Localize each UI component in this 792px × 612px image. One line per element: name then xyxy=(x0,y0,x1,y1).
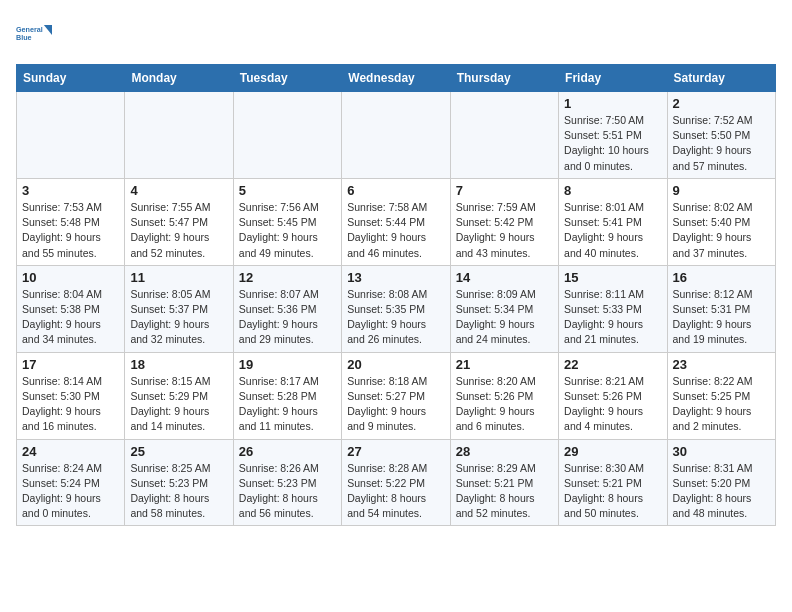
day-info: Sunrise: 8:28 AM Sunset: 5:22 PM Dayligh… xyxy=(347,461,444,522)
day-number: 2 xyxy=(673,96,770,111)
calendar-cell: 6Sunrise: 7:58 AM Sunset: 5:44 PM Daylig… xyxy=(342,178,450,265)
day-info: Sunrise: 8:02 AM Sunset: 5:40 PM Dayligh… xyxy=(673,200,770,261)
day-info: Sunrise: 8:20 AM Sunset: 5:26 PM Dayligh… xyxy=(456,374,553,435)
day-number: 15 xyxy=(564,270,661,285)
day-number: 12 xyxy=(239,270,336,285)
day-number: 7 xyxy=(456,183,553,198)
day-number: 6 xyxy=(347,183,444,198)
day-number: 24 xyxy=(22,444,119,459)
day-number: 28 xyxy=(456,444,553,459)
calendar-cell: 25Sunrise: 8:25 AM Sunset: 5:23 PM Dayli… xyxy=(125,439,233,526)
calendar-cell: 11Sunrise: 8:05 AM Sunset: 5:37 PM Dayli… xyxy=(125,265,233,352)
calendar-cell: 16Sunrise: 8:12 AM Sunset: 5:31 PM Dayli… xyxy=(667,265,775,352)
weekday-header-thursday: Thursday xyxy=(450,65,558,92)
day-info: Sunrise: 8:04 AM Sunset: 5:38 PM Dayligh… xyxy=(22,287,119,348)
day-info: Sunrise: 8:14 AM Sunset: 5:30 PM Dayligh… xyxy=(22,374,119,435)
calendar-week-4: 17Sunrise: 8:14 AM Sunset: 5:30 PM Dayli… xyxy=(17,352,776,439)
svg-text:General: General xyxy=(16,25,43,34)
calendar-cell xyxy=(125,92,233,179)
day-info: Sunrise: 8:05 AM Sunset: 5:37 PM Dayligh… xyxy=(130,287,227,348)
day-info: Sunrise: 8:22 AM Sunset: 5:25 PM Dayligh… xyxy=(673,374,770,435)
calendar-cell xyxy=(450,92,558,179)
weekday-header-monday: Monday xyxy=(125,65,233,92)
calendar-cell: 8Sunrise: 8:01 AM Sunset: 5:41 PM Daylig… xyxy=(559,178,667,265)
day-number: 14 xyxy=(456,270,553,285)
calendar-cell xyxy=(17,92,125,179)
day-number: 30 xyxy=(673,444,770,459)
day-info: Sunrise: 8:24 AM Sunset: 5:24 PM Dayligh… xyxy=(22,461,119,522)
calendar-cell: 26Sunrise: 8:26 AM Sunset: 5:23 PM Dayli… xyxy=(233,439,341,526)
day-info: Sunrise: 8:11 AM Sunset: 5:33 PM Dayligh… xyxy=(564,287,661,348)
day-info: Sunrise: 7:56 AM Sunset: 5:45 PM Dayligh… xyxy=(239,200,336,261)
day-info: Sunrise: 8:12 AM Sunset: 5:31 PM Dayligh… xyxy=(673,287,770,348)
day-info: Sunrise: 7:53 AM Sunset: 5:48 PM Dayligh… xyxy=(22,200,119,261)
svg-text:Blue: Blue xyxy=(16,33,32,42)
day-number: 9 xyxy=(673,183,770,198)
calendar-cell: 3Sunrise: 7:53 AM Sunset: 5:48 PM Daylig… xyxy=(17,178,125,265)
day-info: Sunrise: 7:59 AM Sunset: 5:42 PM Dayligh… xyxy=(456,200,553,261)
day-info: Sunrise: 7:58 AM Sunset: 5:44 PM Dayligh… xyxy=(347,200,444,261)
day-info: Sunrise: 8:21 AM Sunset: 5:26 PM Dayligh… xyxy=(564,374,661,435)
calendar-cell: 21Sunrise: 8:20 AM Sunset: 5:26 PM Dayli… xyxy=(450,352,558,439)
day-info: Sunrise: 8:08 AM Sunset: 5:35 PM Dayligh… xyxy=(347,287,444,348)
day-info: Sunrise: 8:07 AM Sunset: 5:36 PM Dayligh… xyxy=(239,287,336,348)
calendar-cell: 19Sunrise: 8:17 AM Sunset: 5:28 PM Dayli… xyxy=(233,352,341,439)
day-number: 20 xyxy=(347,357,444,372)
day-number: 29 xyxy=(564,444,661,459)
calendar-cell: 28Sunrise: 8:29 AM Sunset: 5:21 PM Dayli… xyxy=(450,439,558,526)
calendar-table: SundayMondayTuesdayWednesdayThursdayFrid… xyxy=(16,64,776,526)
calendar-cell: 14Sunrise: 8:09 AM Sunset: 5:34 PM Dayli… xyxy=(450,265,558,352)
day-number: 3 xyxy=(22,183,119,198)
calendar-cell: 2Sunrise: 7:52 AM Sunset: 5:50 PM Daylig… xyxy=(667,92,775,179)
calendar-cell: 23Sunrise: 8:22 AM Sunset: 5:25 PM Dayli… xyxy=(667,352,775,439)
calendar-cell: 5Sunrise: 7:56 AM Sunset: 5:45 PM Daylig… xyxy=(233,178,341,265)
weekday-header-row: SundayMondayTuesdayWednesdayThursdayFrid… xyxy=(17,65,776,92)
calendar-week-2: 3Sunrise: 7:53 AM Sunset: 5:48 PM Daylig… xyxy=(17,178,776,265)
svg-marker-2 xyxy=(44,25,52,35)
calendar-cell: 7Sunrise: 7:59 AM Sunset: 5:42 PM Daylig… xyxy=(450,178,558,265)
calendar-cell: 4Sunrise: 7:55 AM Sunset: 5:47 PM Daylig… xyxy=(125,178,233,265)
calendar-week-3: 10Sunrise: 8:04 AM Sunset: 5:38 PM Dayli… xyxy=(17,265,776,352)
calendar-cell: 17Sunrise: 8:14 AM Sunset: 5:30 PM Dayli… xyxy=(17,352,125,439)
calendar-cell: 27Sunrise: 8:28 AM Sunset: 5:22 PM Dayli… xyxy=(342,439,450,526)
day-info: Sunrise: 8:17 AM Sunset: 5:28 PM Dayligh… xyxy=(239,374,336,435)
weekday-header-wednesday: Wednesday xyxy=(342,65,450,92)
weekday-header-tuesday: Tuesday xyxy=(233,65,341,92)
day-info: Sunrise: 8:25 AM Sunset: 5:23 PM Dayligh… xyxy=(130,461,227,522)
day-number: 25 xyxy=(130,444,227,459)
day-info: Sunrise: 8:18 AM Sunset: 5:27 PM Dayligh… xyxy=(347,374,444,435)
logo-icon: GeneralBlue xyxy=(16,16,52,52)
day-number: 27 xyxy=(347,444,444,459)
day-number: 5 xyxy=(239,183,336,198)
calendar-cell: 29Sunrise: 8:30 AM Sunset: 5:21 PM Dayli… xyxy=(559,439,667,526)
logo: GeneralBlue xyxy=(16,16,52,52)
day-info: Sunrise: 8:26 AM Sunset: 5:23 PM Dayligh… xyxy=(239,461,336,522)
day-number: 16 xyxy=(673,270,770,285)
calendar-cell: 24Sunrise: 8:24 AM Sunset: 5:24 PM Dayli… xyxy=(17,439,125,526)
calendar-cell: 20Sunrise: 8:18 AM Sunset: 5:27 PM Dayli… xyxy=(342,352,450,439)
day-info: Sunrise: 8:29 AM Sunset: 5:21 PM Dayligh… xyxy=(456,461,553,522)
day-number: 10 xyxy=(22,270,119,285)
day-info: Sunrise: 7:52 AM Sunset: 5:50 PM Dayligh… xyxy=(673,113,770,174)
weekday-header-sunday: Sunday xyxy=(17,65,125,92)
day-number: 19 xyxy=(239,357,336,372)
day-number: 8 xyxy=(564,183,661,198)
day-info: Sunrise: 8:31 AM Sunset: 5:20 PM Dayligh… xyxy=(673,461,770,522)
weekday-header-saturday: Saturday xyxy=(667,65,775,92)
day-number: 4 xyxy=(130,183,227,198)
calendar-cell xyxy=(342,92,450,179)
day-info: Sunrise: 8:30 AM Sunset: 5:21 PM Dayligh… xyxy=(564,461,661,522)
calendar-cell: 22Sunrise: 8:21 AM Sunset: 5:26 PM Dayli… xyxy=(559,352,667,439)
day-info: Sunrise: 8:01 AM Sunset: 5:41 PM Dayligh… xyxy=(564,200,661,261)
day-number: 23 xyxy=(673,357,770,372)
day-info: Sunrise: 7:50 AM Sunset: 5:51 PM Dayligh… xyxy=(564,113,661,174)
calendar-week-5: 24Sunrise: 8:24 AM Sunset: 5:24 PM Dayli… xyxy=(17,439,776,526)
calendar-cell: 30Sunrise: 8:31 AM Sunset: 5:20 PM Dayli… xyxy=(667,439,775,526)
day-number: 22 xyxy=(564,357,661,372)
day-number: 1 xyxy=(564,96,661,111)
day-number: 17 xyxy=(22,357,119,372)
calendar-cell: 15Sunrise: 8:11 AM Sunset: 5:33 PM Dayli… xyxy=(559,265,667,352)
day-number: 26 xyxy=(239,444,336,459)
day-info: Sunrise: 8:09 AM Sunset: 5:34 PM Dayligh… xyxy=(456,287,553,348)
calendar-cell: 12Sunrise: 8:07 AM Sunset: 5:36 PM Dayli… xyxy=(233,265,341,352)
